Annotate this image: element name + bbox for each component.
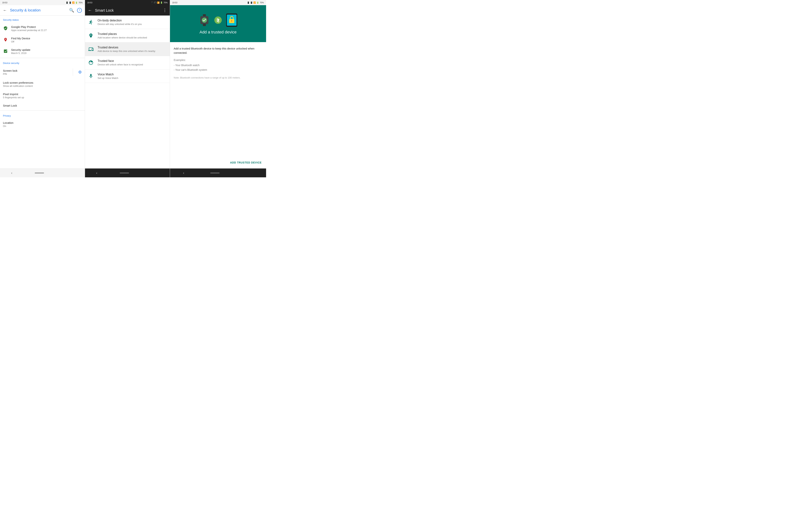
- trusted-face-item[interactable]: Trusted face Device will unlock when fac…: [85, 56, 170, 70]
- location-subtitle: On: [3, 125, 82, 128]
- more-icon-p2[interactable]: ⋮: [163, 8, 167, 13]
- page-title-p1: Security & location: [10, 8, 66, 12]
- pixel-imprint-text: Pixel Imprint 5 fingerprints set up: [3, 93, 82, 99]
- trusted-places-title: Trusted places: [97, 32, 167, 36]
- find-my-device-item[interactable]: Find My Device Off: [0, 34, 85, 45]
- add-trusted-device-button[interactable]: ADD TRUSTED DEVICE: [229, 159, 262, 166]
- devices-icon: [88, 46, 94, 52]
- location-item[interactable]: Location On: [0, 119, 85, 130]
- lock-screen-prefs-subtitle: Show all notification content: [3, 84, 82, 88]
- nav-back-p1[interactable]: ‹: [11, 171, 12, 175]
- status-battery-p3: 70%: [260, 1, 264, 4]
- divider-1: [0, 58, 85, 58]
- screen-lock-item[interactable]: Screen lock PIN ⚙: [0, 66, 85, 78]
- status-bar-p2: 19:53 📱 📳 📶 🔋 70%: [85, 0, 170, 5]
- nav-pill-p3: [210, 173, 220, 173]
- google-play-protect-item[interactable]: Google Play Protect Apps scanned yesterd…: [0, 23, 85, 34]
- hero-title: Add a trusted device: [200, 30, 237, 35]
- trusted-face-text: Trusted face Device will unlock when fac…: [97, 59, 167, 66]
- svg-rect-4: [203, 24, 206, 26]
- on-body-detection-subtitle: Device will stay unlocked while it's on …: [97, 23, 167, 25]
- location-icon: [3, 37, 8, 42]
- nav-bar-p3: ‹: [170, 169, 266, 177]
- trusted-devices-text: Trusted devices Add device to keep this …: [97, 46, 167, 53]
- status-bar-p3: 19:53 📱 📳 📶 🔋 70%: [170, 0, 266, 5]
- shield-icon: [3, 26, 8, 31]
- voice-match-item[interactable]: Voice Match Set up Voice Match: [85, 70, 170, 83]
- location-title: Location: [3, 121, 82, 124]
- back-button-p2[interactable]: ←: [88, 8, 92, 13]
- face-icon: [88, 60, 94, 65]
- lock-screen-prefs-item[interactable]: Lock screen preferences Show all notific…: [0, 78, 85, 90]
- nav-back-p3[interactable]: ‹: [183, 171, 184, 175]
- security-location-panel: 19:53 📱 📳 📶 🔋 70% ← Security & location …: [0, 0, 85, 177]
- tablet-lock-icon: [225, 13, 238, 27]
- screen-lock-subtitle: PIN: [3, 73, 70, 75]
- smart-lock-nav-item[interactable]: Smart Lock: [0, 101, 85, 110]
- smart-lock-nav-text: Smart Lock: [3, 104, 82, 107]
- device-security-label: Device security: [0, 59, 85, 66]
- lock-screen-prefs-title: Lock screen preferences: [3, 81, 82, 84]
- help-icon-p1[interactable]: ?: [77, 8, 82, 13]
- status-battery-p2: 70%: [164, 1, 168, 4]
- google-play-protect-text: Google Play Protect Apps scanned yesterd…: [11, 25, 82, 32]
- status-time-p3: 19:53: [172, 1, 178, 4]
- status-bar-p1: 19:53 📱 📳 📶 🔋 70%: [0, 0, 85, 5]
- gear-icon[interactable]: ⚙: [78, 70, 82, 75]
- on-body-detection-title: On-body detection: [97, 19, 167, 22]
- google-play-protect-title: Google Play Protect: [11, 25, 82, 28]
- security-update-title: Security update: [11, 48, 82, 51]
- person-walking-icon: [88, 19, 94, 25]
- toolbar-p2: ← Smart Lock ⋮: [85, 5, 170, 16]
- trusted-face-subtitle: Device will unlock when face is recogniz…: [97, 63, 167, 66]
- screen-lock-text: Screen lock PIN: [3, 69, 70, 75]
- pixel-imprint-title: Pixel Imprint: [3, 93, 82, 96]
- smart-lock-nav-title: Smart Lock: [3, 104, 82, 107]
- nav-back-p2[interactable]: ‹: [96, 171, 97, 175]
- on-body-detection-item[interactable]: On-body detection Device will stay unloc…: [85, 16, 170, 29]
- security-update-text: Security update March 5, 2019: [11, 48, 82, 55]
- find-my-device-text: Find My Device Off: [11, 37, 82, 43]
- nav-pill-p2: [120, 173, 129, 173]
- example-item-1: - Your Bluetooth watch: [174, 63, 262, 68]
- find-my-device-title: Find My Device: [11, 37, 82, 40]
- trusted-places-item[interactable]: Trusted places Add location where device…: [85, 29, 170, 42]
- status-icons-p2: 📱 📳 📶 🔋: [151, 1, 163, 4]
- search-icon-p1[interactable]: 🔍: [69, 8, 74, 13]
- example-item-2: - Your car's Bluetooth system: [174, 68, 262, 72]
- hero-illustration: [198, 13, 238, 27]
- location-text: Location On: [3, 121, 82, 128]
- privacy-label: Privacy: [0, 111, 85, 119]
- trusted-devices-subtitle: Add device to keep this one unlocked whe…: [97, 50, 167, 53]
- nav-bar-p2: ‹: [85, 169, 170, 177]
- map-pin-icon: [88, 33, 94, 39]
- back-button-p1[interactable]: ←: [3, 8, 7, 13]
- smart-lock-title: Smart Lock: [95, 8, 160, 13]
- trusted-places-text: Trusted places Add location where device…: [97, 32, 167, 39]
- on-body-detection-text: On-body detection Device will stay unloc…: [97, 19, 167, 25]
- security-update-item[interactable]: Security update March 5, 2019: [0, 45, 85, 57]
- trusted-devices-item[interactable]: Trusted devices Add device to keep this …: [85, 42, 170, 56]
- status-icons-p1: 📱 📳 📶 🔋: [66, 1, 78, 4]
- voice-match-subtitle: Set up Voice Match: [97, 77, 167, 79]
- screen-lock-divider: [73, 69, 73, 76]
- watch-icon: [198, 14, 211, 27]
- note-text: Note: Bluetooth connections have a range…: [174, 76, 262, 80]
- security-status-label: Security status: [0, 16, 85, 23]
- trusted-device-hero: Add a trusted device: [170, 5, 266, 42]
- trusted-device-footer: ADD TRUSTED DEVICE: [170, 157, 266, 169]
- pixel-imprint-item[interactable]: Pixel Imprint 5 fingerprints set up: [0, 90, 85, 101]
- svg-rect-10: [231, 21, 232, 22]
- security-update-subtitle: March 5, 2019: [11, 52, 82, 55]
- screen-lock-title: Screen lock: [3, 69, 70, 72]
- mic-icon: [88, 73, 94, 79]
- nav-pill-p1: [35, 173, 44, 173]
- toolbar-p1: ← Security & location 🔍 ?: [0, 5, 85, 16]
- find-my-device-subtitle: Off: [11, 40, 82, 43]
- trusted-device-content: Add a trusted Bluetooth device to keep t…: [170, 42, 266, 157]
- status-icons-p3: 📱 📳 📶 🔋: [247, 1, 259, 4]
- trusted-device-description: Add a trusted Bluetooth device to keep t…: [174, 46, 262, 55]
- lock-screen-prefs-text: Lock screen preferences Show all notific…: [3, 81, 82, 88]
- trusted-face-title: Trusted face: [97, 59, 167, 63]
- voice-match-title: Voice Match: [97, 73, 167, 76]
